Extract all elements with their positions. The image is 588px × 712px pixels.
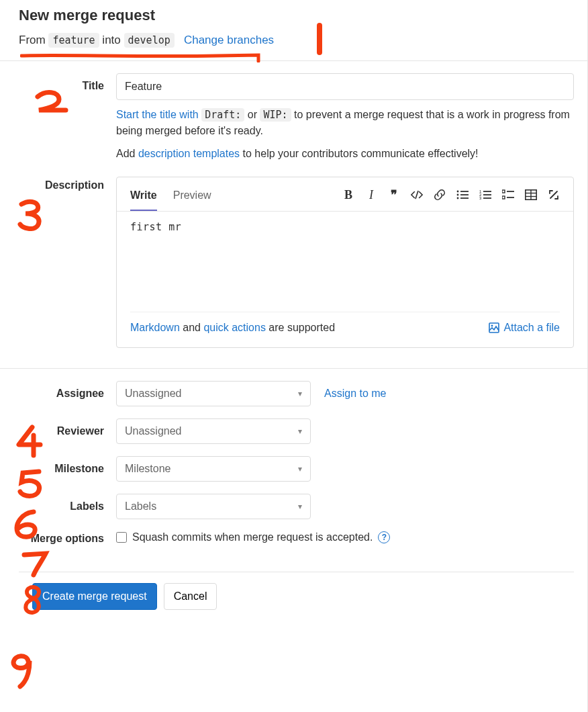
chevron-down-icon: ▾: [298, 502, 302, 511]
svg-point-0: [457, 191, 459, 193]
into-label: into: [102, 34, 120, 46]
title-input[interactable]: [116, 73, 574, 100]
attach-file-label: Attach a file: [503, 322, 560, 334]
tab-preview[interactable]: Preview: [173, 184, 211, 211]
source-branch: feature: [48, 33, 99, 48]
attach-file-button[interactable]: Attach a file: [489, 322, 560, 334]
svg-rect-13: [502, 196, 505, 199]
title-helper: Start the title with Draft: or WIP: to p…: [116, 107, 574, 139]
svg-text:3: 3: [479, 196, 482, 200]
description-label: Description: [19, 174, 116, 191]
draft-code: Draft:: [201, 108, 244, 122]
markdown-support-text: Markdown and quick actions are supported: [130, 322, 335, 334]
annotation-9: [8, 652, 36, 689]
templates-suffix: to help your contributors communicate ef…: [240, 148, 478, 159]
target-branch: develop: [124, 33, 175, 48]
description-templates-link[interactable]: description templates: [138, 148, 240, 159]
reviewer-label: Reviewer: [19, 418, 116, 437]
squash-checkbox[interactable]: [116, 532, 127, 543]
chevron-down-icon: ▾: [298, 464, 302, 474]
help-icon[interactable]: ?: [378, 531, 390, 543]
cancel-button[interactable]: Cancel: [164, 583, 217, 610]
svg-point-2: [457, 197, 459, 199]
image-icon: [489, 322, 499, 333]
squash-label: Squash commits when merge request is acc…: [132, 531, 373, 543]
description-editor: Write Preview B I ❞: [116, 177, 574, 348]
bold-icon[interactable]: B: [342, 189, 354, 201]
assignee-value: Unassigned: [125, 388, 182, 400]
page-title: New merge request: [19, 7, 574, 24]
link-icon[interactable]: [434, 189, 446, 201]
and-text: and: [180, 322, 204, 333]
labels-value: Labels: [125, 500, 156, 513]
quick-actions-link[interactable]: quick actions: [203, 322, 266, 333]
branch-summary: From feature into develop Change branche…: [19, 34, 574, 47]
editor-toolbar: B I ❞ 123: [342, 189, 560, 206]
table-icon[interactable]: [525, 189, 537, 201]
create-merge-request-button[interactable]: Create merge request: [32, 583, 157, 610]
svg-point-21: [491, 325, 493, 327]
markdown-link[interactable]: Markdown: [130, 322, 180, 333]
form-actions: Create merge request Cancel: [19, 572, 574, 610]
numbered-list-icon[interactable]: 123: [479, 189, 491, 201]
reviewer-value: Unassigned: [125, 425, 182, 437]
milestone-value: Milestone: [125, 463, 170, 475]
reviewer-dropdown[interactable]: Unassigned ▾: [116, 418, 311, 444]
svg-rect-12: [502, 190, 505, 193]
templates-prefix: Add: [116, 148, 138, 159]
change-branches-link[interactable]: Change branches: [184, 34, 274, 46]
assignee-dropdown[interactable]: Unassigned ▾: [116, 381, 311, 406]
assign-to-me-link[interactable]: Assign to me: [324, 388, 386, 400]
chevron-down-icon: ▾: [298, 427, 302, 436]
fullscreen-icon[interactable]: [548, 189, 560, 201]
labels-dropdown[interactable]: Labels ▾: [116, 494, 311, 519]
start-title-link[interactable]: Start the title with: [116, 109, 201, 120]
squash-checkbox-row[interactable]: Squash commits when merge request is acc…: [116, 531, 574, 543]
labels-label: Labels: [19, 494, 116, 513]
milestone-label: Milestone: [19, 456, 116, 475]
quote-icon[interactable]: ❞: [388, 189, 400, 201]
bullet-list-icon[interactable]: [456, 189, 469, 201]
svg-point-1: [457, 194, 459, 196]
from-label: From: [19, 34, 46, 46]
tab-write[interactable]: Write: [130, 184, 157, 211]
description-textarea[interactable]: [117, 212, 573, 309]
milestone-dropdown[interactable]: Milestone ▾: [116, 456, 311, 482]
wip-code: WIP:: [260, 108, 291, 122]
title-label: Title: [19, 73, 116, 92]
chevron-down-icon: ▾: [298, 389, 302, 398]
merge-options-label: Merge options: [19, 531, 116, 545]
italic-icon[interactable]: I: [365, 189, 377, 201]
supported-text: are supported: [266, 322, 335, 333]
templates-helper: Add description templates to help your c…: [116, 146, 574, 162]
assignee-label: Assignee: [19, 381, 116, 400]
or-text: or: [244, 109, 260, 120]
code-icon[interactable]: [411, 189, 423, 201]
task-list-icon[interactable]: [502, 189, 514, 201]
